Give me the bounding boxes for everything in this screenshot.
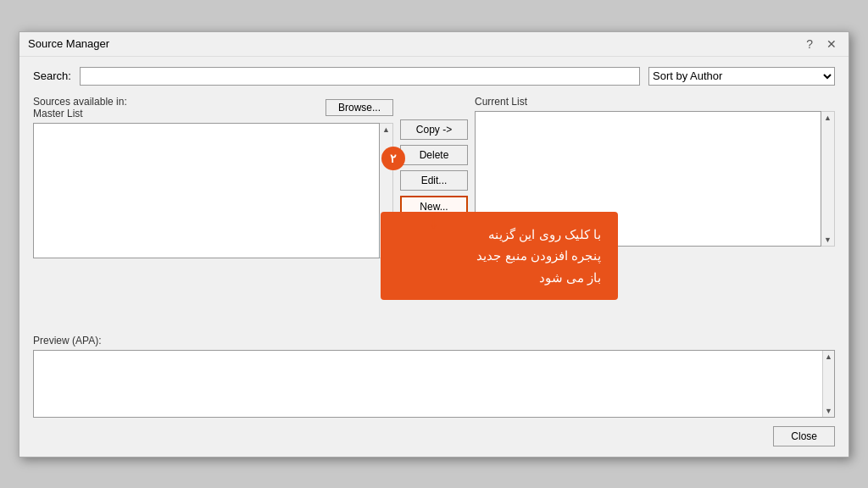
bottom-row: Close — [33, 426, 835, 446]
preview-label: Preview (APA): — [33, 335, 835, 347]
middle-buttons-panel: ۲ Copy -> Delete Edit... New... — [393, 96, 475, 218]
close-titlebar-button[interactable]: ✕ — [823, 37, 840, 51]
preview-box: ▲ ▼ — [33, 350, 835, 418]
search-input[interactable] — [80, 67, 640, 86]
titlebar: Source Manager ? ✕ — [19, 32, 849, 57]
preview-scrollbar: ▲ ▼ — [822, 351, 834, 417]
search-row: Search: Sort by Author — [33, 67, 835, 86]
panel-header: Sources available in: Master List Browse… — [33, 96, 393, 119]
annotation-number: ۲ — [390, 152, 397, 165]
callout-box: با کلیک روی این گزینه پنجره افزودن منبع … — [381, 212, 618, 301]
preview-scroll-up[interactable]: ▲ — [823, 351, 834, 363]
annotation-circle: ۲ — [381, 147, 405, 170]
left-panel: Sources available in: Master List Browse… — [33, 96, 393, 258]
search-label: Search: — [33, 69, 71, 82]
close-button[interactable]: Close — [773, 426, 835, 446]
titlebar-controls: ? ✕ — [803, 37, 840, 51]
callout-arrow-down-icon: ↓ — [428, 208, 439, 234]
edit-button[interactable]: Edit... — [400, 170, 468, 191]
master-list-label: Master List — [33, 108, 127, 119]
delete-button[interactable]: Delete — [400, 145, 468, 165]
copy-button[interactable]: Copy -> — [400, 119, 468, 140]
browse-button[interactable]: Browse... — [326, 99, 393, 116]
current-list-label: Current List — [475, 96, 835, 108]
current-list-header: Current List — [475, 96, 835, 108]
dialog-body: Search: Sort by Author Sources available… — [19, 57, 849, 457]
master-list-box: ▲ ▼ — [33, 123, 393, 258]
master-list-content[interactable] — [33, 123, 380, 258]
dialog-title: Source Manager — [28, 37, 109, 50]
help-button[interactable]: ? — [803, 37, 816, 51]
preview-scroll-down[interactable]: ▼ — [823, 405, 834, 417]
sort-select[interactable]: Sort by Author — [648, 67, 835, 86]
current-scroll-up[interactable]: ▲ — [821, 112, 834, 124]
current-list-scrollbar: ▲ ▼ — [821, 111, 835, 247]
source-manager-dialog: Source Manager ? ✕ Search: Sort by Autho… — [19, 31, 849, 458]
scroll-up-arrow[interactable]: ▲ — [380, 124, 392, 136]
sources-available-label: Sources available in: — [33, 96, 127, 108]
current-scroll-down[interactable]: ▼ — [821, 234, 834, 246]
callout-text: با کلیک روی این گزینه پنجره افزودن منبع … — [476, 227, 601, 285]
preview-section: Preview (APA): ▲ ▼ — [33, 335, 835, 418]
